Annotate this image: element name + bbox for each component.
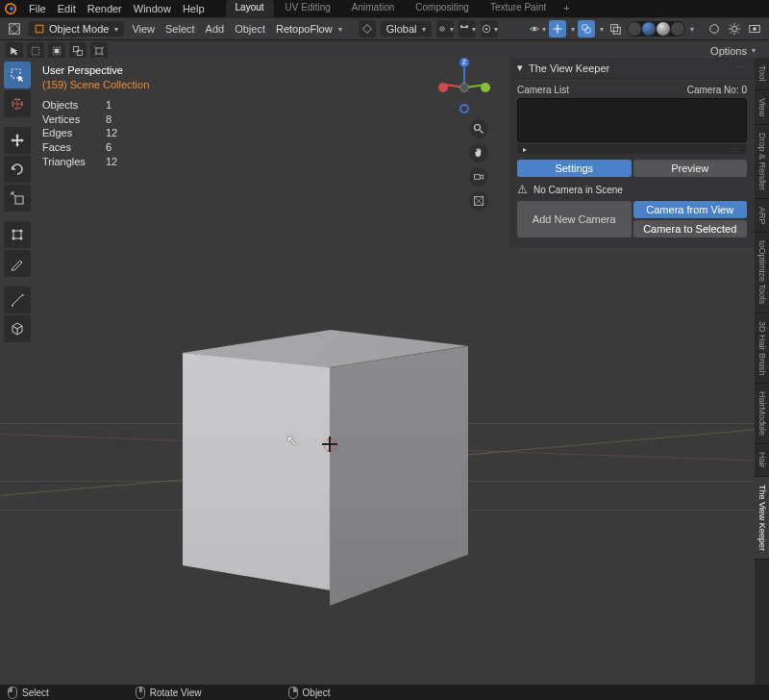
vtab-hair-module[interactable]: HairModule	[755, 384, 769, 444]
editor-type-icon[interactable]	[6, 20, 23, 38]
menu-window[interactable]: Window	[134, 3, 171, 14]
workspace-tab-compositing[interactable]: Compositing	[406, 0, 479, 17]
select-mode-icon-1[interactable]	[6, 42, 23, 60]
axis-z-icon[interactable]: Z	[459, 58, 469, 67]
viewport-nav-buttons	[469, 119, 488, 211]
scene-cube[interactable]	[183, 330, 471, 618]
chevron-down-icon[interactable]: ▾	[571, 25, 575, 34]
panel-header[interactable]: ▾ The View Keeper ⋯	[509, 58, 755, 79]
workspace-tab-animation[interactable]: Animation	[342, 0, 404, 17]
select-mode-icon-4[interactable]	[69, 42, 87, 60]
header-menu-object[interactable]: Object	[232, 23, 268, 35]
tool-rotate[interactable]	[4, 156, 31, 183]
svg-rect-7	[467, 25, 469, 28]
shading-mode-selector[interactable]	[627, 21, 685, 37]
overlay-toggle-icon[interactable]	[578, 20, 595, 38]
perspective-toggle-icon[interactable]	[469, 191, 488, 211]
options-dropdown[interactable]: Options ▾	[703, 43, 763, 59]
vtab-hair-brush[interactable]: 3D Hair Brush	[755, 313, 769, 385]
camera-strip[interactable]: ▸ ::::	[517, 144, 747, 154]
render-icon[interactable]	[746, 20, 763, 38]
add-new-camera-button[interactable]: Add New Camera	[517, 201, 632, 238]
shading-wireframe-icon[interactable]	[628, 22, 641, 36]
chevron-down-icon[interactable]: ▾	[600, 25, 604, 34]
header-menu-add[interactable]: Add	[203, 23, 228, 35]
orientation-icon[interactable]	[359, 20, 376, 38]
camera-no-label: Camera No:	[687, 85, 739, 95]
shading-material-icon[interactable]	[657, 22, 670, 36]
tool-scale[interactable]	[4, 185, 31, 212]
svg-rect-23	[77, 50, 82, 55]
tool-add-cube[interactable]	[4, 315, 31, 342]
chevron-down-icon[interactable]: ▾	[690, 25, 694, 34]
workspace-tab-layout[interactable]: Layout	[226, 0, 274, 17]
workspace-tabs: Layout UV Editing Animation Compositing …	[226, 0, 576, 17]
camera-from-view-button[interactable]: Camera from View	[633, 201, 748, 218]
svg-point-9	[485, 28, 487, 30]
gizmo-center[interactable]	[459, 83, 469, 92]
status-bar: Select Rotate View Object	[0, 685, 769, 700]
svg-rect-34	[475, 175, 481, 180]
camera-list[interactable]	[517, 98, 747, 142]
3d-viewport[interactable]: ↖ User Perspective (159) Scene Collectio…	[0, 58, 769, 685]
blender-logo-icon	[4, 2, 17, 15]
visibility-icon[interactable]: ▾	[529, 20, 546, 38]
camera-list-label: Camera List	[517, 85, 569, 95]
tool-measure[interactable]	[4, 287, 31, 313]
xray-icon[interactable]	[607, 20, 624, 38]
snap-icon[interactable]: ▾	[459, 20, 476, 38]
vtab-view-keeper[interactable]: The View Keeper	[755, 477, 769, 560]
tool-annotate[interactable]	[4, 250, 31, 277]
vtab-drop-render[interactable]: Drop & Render	[755, 125, 769, 199]
pivot-icon[interactable]: ▾	[436, 20, 454, 38]
header-menu-view[interactable]: View	[129, 23, 158, 35]
select-mode-icon-2[interactable]	[27, 42, 44, 60]
panel-menu-icon[interactable]: ⋯	[736, 62, 747, 74]
mode-dropdown[interactable]: Object Mode ▾	[28, 21, 124, 37]
shading-rendered-icon[interactable]	[671, 22, 684, 36]
vtab-hair[interactable]: Hair	[755, 444, 769, 477]
tool-shelf	[4, 62, 31, 342]
vtab-arp[interactable]: ARP	[755, 199, 769, 234]
camera-to-selected-button[interactable]: Camera to Selected	[633, 220, 748, 238]
gizmo-toggle-icon[interactable]	[549, 20, 566, 38]
vtab-tool[interactable]: Tool	[755, 58, 769, 90]
tool-select-box[interactable]	[4, 62, 31, 88]
axis-y-icon[interactable]	[481, 83, 490, 92]
gear-icon[interactable]	[726, 20, 743, 38]
vtab-optimize[interactable]: toOptimize Tools	[755, 233, 769, 312]
workspace-tab-uv[interactable]: UV Editing	[276, 0, 340, 17]
vtab-view[interactable]: View	[755, 90, 769, 125]
proportional-icon[interactable]: ▾	[481, 20, 498, 38]
menu-edit[interactable]: Edit	[58, 3, 76, 14]
select-mode-icon-3[interactable]	[48, 42, 65, 60]
svg-point-18	[753, 27, 757, 31]
axis-neg-z-icon[interactable]	[459, 104, 469, 113]
nav-gizmo[interactable]: Z	[440, 62, 488, 115]
workspace-add-button[interactable]: +	[558, 0, 575, 17]
zoom-icon[interactable]	[469, 119, 488, 138]
mode-label: Object Mode	[49, 23, 109, 35]
header-menu-select[interactable]: Select	[162, 23, 198, 35]
menu-render[interactable]: Render	[87, 3, 122, 14]
menu-file[interactable]: File	[29, 3, 46, 14]
svg-rect-22	[74, 46, 79, 51]
workspace-tab-texture-paint[interactable]: Texture Paint	[481, 0, 556, 17]
select-mode-icon-5[interactable]	[90, 42, 108, 60]
tool-transform[interactable]	[4, 221, 31, 248]
tool-cursor[interactable]	[4, 90, 31, 117]
play-icon[interactable]: ▸	[523, 145, 527, 154]
menu-help[interactable]: Help	[183, 3, 205, 14]
shading-solid-icon[interactable]	[642, 22, 656, 36]
pan-icon[interactable]	[469, 143, 488, 162]
axis-x-icon[interactable]	[438, 83, 448, 92]
orientation-dropdown[interactable]: Global ▾	[381, 21, 433, 37]
tool-move[interactable]	[4, 127, 31, 154]
settings-tab[interactable]: Settings	[517, 160, 632, 177]
scene-icon[interactable]	[706, 20, 723, 38]
camera-view-icon[interactable]	[469, 167, 488, 187]
drag-handle-icon[interactable]: ::::	[729, 145, 741, 154]
preview-tab[interactable]: Preview	[633, 160, 748, 177]
header-menu-retopoflow[interactable]: RetopoFlow ▾	[273, 21, 345, 37]
collapse-icon[interactable]: ▾	[517, 62, 523, 74]
